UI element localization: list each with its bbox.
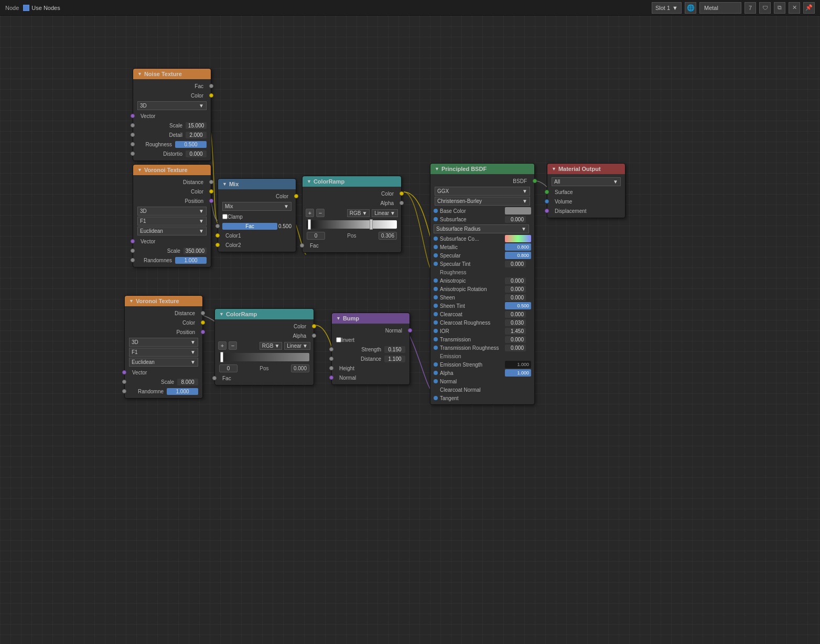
pin-icon[interactable]: 📌 xyxy=(803,2,815,14)
cr2-pos-2[interactable]: 0.000 xyxy=(291,364,309,372)
v1-euclidean-dropdown[interactable]: Euclidean▼ xyxy=(137,227,207,235)
v2-scale-val[interactable]: 8.000 xyxy=(177,379,198,385)
bump-node: ▼ Bump Normal Invert Strength 0.150 Di xyxy=(331,313,410,385)
cr1-gradient[interactable] xyxy=(307,220,397,229)
mix-fac[interactable]: Fac 0.500 xyxy=(218,221,296,231)
v1-mode-dropdown[interactable]: 3D▼ xyxy=(137,207,207,216)
v1-rand-val[interactable]: 1.000 xyxy=(175,257,207,264)
color-output-socket xyxy=(209,93,213,98)
material-name[interactable]: Metal xyxy=(699,2,741,14)
cr1-pos-2[interactable]: 0.306 xyxy=(379,232,397,240)
bsdf-body: BSDF GGX▼ Christensen-Burley▼ Base Color… xyxy=(430,174,534,404)
cr1-pos-1[interactable]: 0 xyxy=(307,232,325,240)
sub-color-gradient[interactable] xyxy=(505,235,531,242)
mix-fac-bar[interactable]: Fac xyxy=(222,223,277,230)
noise-mode-dropdown[interactable]: 3D ▼ xyxy=(137,101,207,110)
spec-tint-val[interactable]: 0.000 xyxy=(505,261,526,267)
scale-value[interactable]: 15.000 xyxy=(186,122,207,129)
cr1-add-btn[interactable]: + xyxy=(306,209,314,217)
aniso-val[interactable]: 0.000 xyxy=(505,277,526,284)
v2-rand-val[interactable]: 1.000 xyxy=(167,388,198,395)
cr2-mode[interactable]: RGB▼ xyxy=(260,342,283,350)
roughness-value[interactable]: 0.500 xyxy=(175,141,207,148)
v2-out-distance: Distance xyxy=(125,308,202,318)
bump-header[interactable]: ▼ Bump xyxy=(332,313,409,324)
cr1-marker-2[interactable] xyxy=(370,219,373,230)
base-color-socket xyxy=(434,209,438,213)
cr2-alpha-out xyxy=(312,334,316,338)
mix-header[interactable]: ▼ Mix xyxy=(218,179,296,189)
noise-texture-title: Noise Texture xyxy=(144,71,182,77)
node-label: Node xyxy=(5,5,19,11)
noise-texture-header[interactable]: ▼ Noise Texture xyxy=(133,69,211,79)
ior-val[interactable]: 1.450 xyxy=(505,328,526,335)
metallic-bar[interactable]: 0.800 xyxy=(505,243,531,251)
cr1-interp[interactable]: Linear▼ xyxy=(372,209,398,217)
bump-invert-checkbox[interactable] xyxy=(336,337,341,342)
cc-rough-val[interactable]: 0.030 xyxy=(505,319,526,326)
v1-color-out xyxy=(209,189,213,194)
base-color-swatch[interactable] xyxy=(505,207,531,214)
mix-clamp-checkbox[interactable] xyxy=(222,214,228,219)
cr2-add-btn[interactable]: + xyxy=(218,341,226,350)
bsdf-ggx-dropdown[interactable]: GGX▼ xyxy=(435,187,530,196)
cr1-remove-btn[interactable]: − xyxy=(316,209,325,217)
voronoi-1-header[interactable]: ▼ Voronoi Texture xyxy=(133,165,211,175)
emission-strength-bar[interactable]: 1.000 xyxy=(505,361,531,368)
bsdf-header[interactable]: ▼ Principled BSDF xyxy=(430,164,534,174)
mix-mode-dropdown[interactable]: Mix▼ xyxy=(222,202,292,211)
bsdf-subsurface-dropdown[interactable]: Christensen-Burley▼ xyxy=(435,197,530,206)
transmission-val[interactable]: 0.000 xyxy=(505,336,526,343)
v1-output-color: Color xyxy=(133,187,211,196)
trans-rough-val[interactable]: 0.000 xyxy=(505,345,526,351)
node-canvas[interactable]: ▼ Noise Texture Fac Color 3D ▼ Vector xyxy=(0,16,820,644)
v1-f1-dropdown[interactable]: F1▼ xyxy=(137,217,207,226)
copy-icon[interactable]: ⧉ xyxy=(774,2,785,14)
bump-strength-val[interactable]: 0.150 xyxy=(384,346,405,353)
bump-dist-val[interactable]: 1.100 xyxy=(384,356,405,362)
use-nodes-checkbox[interactable] xyxy=(23,5,29,11)
detail-value[interactable]: 2.000 xyxy=(186,132,207,138)
globe-button[interactable]: 🌐 xyxy=(685,2,696,14)
use-nodes-group[interactable]: Use Nodes xyxy=(23,5,60,11)
specular-bar[interactable]: 0.800 xyxy=(505,252,531,259)
v2-euclidean-dropdown[interactable]: Euclidean▼ xyxy=(129,358,198,367)
sheen-tint-bar[interactable]: 0.500 xyxy=(505,302,531,309)
cr1-title: ColorRamp xyxy=(314,178,344,185)
cr2-gradient[interactable] xyxy=(219,353,309,361)
v2-out-pos: Position xyxy=(125,327,202,337)
mix-fac-value[interactable]: 0.500 xyxy=(278,223,292,229)
cr2-marker-1[interactable] xyxy=(220,352,223,362)
sheen-val[interactable]: 0.000 xyxy=(505,294,526,301)
cr1-marker-1[interactable] xyxy=(308,219,311,230)
slot-dropdown[interactable]: Slot 1 ▼ xyxy=(652,2,682,14)
aniso-rot-val[interactable]: 0.000 xyxy=(505,286,526,293)
bsdf-sub-radius-dropdown[interactable]: Subsurface Radius▼ xyxy=(434,224,529,233)
bsdf-alpha-row: Alpha 1.000 xyxy=(430,369,534,377)
v1-scale-val[interactable]: 350.000 xyxy=(184,248,207,254)
close-icon[interactable]: ✕ xyxy=(789,2,800,14)
mix-clamp: Clamp xyxy=(218,212,296,221)
surface-in-socket xyxy=(545,190,549,194)
alpha-bar[interactable]: 1.000 xyxy=(505,369,531,377)
v2-f1-dropdown[interactable]: F1▼ xyxy=(129,348,198,357)
cr2-header[interactable]: ▼ ColorRamp xyxy=(215,309,314,319)
cr2-title: ColorRamp xyxy=(226,311,257,317)
v2-mode-dropdown[interactable]: 3D▼ xyxy=(129,338,198,347)
v2-out-color: Color xyxy=(125,318,202,327)
cr1-header[interactable]: ▼ ColorRamp xyxy=(303,176,401,187)
bsdf-normal-row: Normal xyxy=(430,377,534,385)
bump-normal-out xyxy=(408,328,412,332)
cr2-interp[interactable]: Linear▼ xyxy=(284,342,310,350)
subsurface-val[interactable]: 0.000 xyxy=(505,216,526,223)
roughness-socket xyxy=(131,142,135,146)
clearcoat-val[interactable]: 0.000 xyxy=(505,311,526,318)
bsdf-aniso-rot-row: Anisotropic Rotation 0.000 xyxy=(430,285,534,293)
cr2-pos-1[interactable]: 0 xyxy=(219,364,238,372)
mat-out-header[interactable]: ▼ Material Output xyxy=(547,164,625,174)
voronoi-2-header[interactable]: ▼ Voronoi Texture xyxy=(125,296,202,306)
distortion-value[interactable]: 0.000 xyxy=(186,151,207,157)
mat-out-target[interactable]: All▼ xyxy=(552,177,621,186)
cr2-remove-btn[interactable]: − xyxy=(229,341,237,350)
cr1-mode[interactable]: RGB▼ xyxy=(347,209,370,217)
